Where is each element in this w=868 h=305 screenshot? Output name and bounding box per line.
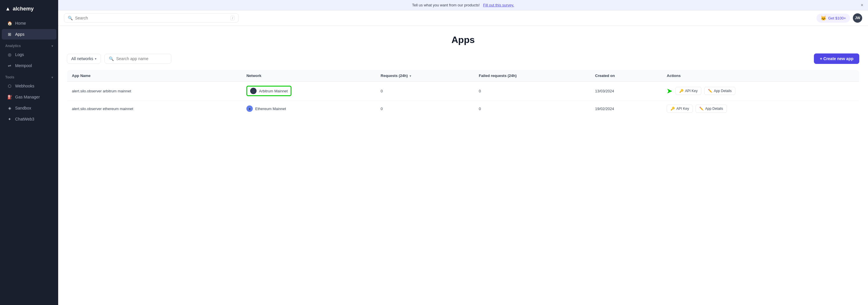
chevron-down-icon: ▾: [52, 76, 53, 79]
search-shortcut: /: [230, 16, 235, 20]
apps-icon: ⊞: [7, 32, 12, 37]
sidebar-item-apps[interactable]: ⊞ Apps: [2, 29, 56, 39]
api-key-button[interactable]: 🔑 API Key: [676, 87, 701, 95]
cell-requests: 0: [376, 101, 474, 117]
col-actions: Actions: [662, 70, 859, 81]
sidebar-item-label: Gas Manager: [15, 95, 40, 99]
get-money-icon: 🐱: [820, 15, 827, 21]
edit-icon: ✏️: [699, 107, 704, 111]
banner-close-button[interactable]: ×: [861, 3, 863, 7]
network-filter-label: All networks: [71, 56, 93, 61]
table-row: alert.silo.observer arbitrum mainnet ◈ A…: [67, 81, 859, 101]
sidebar-item-sandbox[interactable]: ◈ Sandbox: [2, 103, 56, 113]
sidebar-item-webhooks[interactable]: ⬡ Webhooks: [2, 81, 56, 91]
sort-icon: ▾: [409, 74, 411, 77]
mempool-icon: ⇌: [7, 63, 12, 68]
cell-failed-requests: 0: [474, 81, 590, 101]
network-cell-highlighted: ◈ Arbitrum Mainnet: [246, 86, 291, 96]
table-row: alert.silo.observer ethereum mainnet ♦ E…: [67, 101, 859, 117]
network-icon: ◈: [250, 88, 256, 94]
sidebar-item-label: ChatWeb3: [15, 117, 34, 122]
search-box[interactable]: 🔍 /: [64, 13, 239, 23]
sidebar: ▲ alchemy 🏠 Home ⊞ Apps Analytics ▾ ◎ Lo…: [0, 0, 58, 305]
sidebar-item-gas-manager[interactable]: ⛽ Gas Manager: [2, 92, 56, 102]
chatweb3-icon: ✦: [7, 117, 12, 122]
key-icon: 🔑: [679, 89, 684, 93]
network-icon: ♦: [246, 105, 253, 112]
home-icon: 🏠: [7, 21, 12, 26]
col-app-name: App Name: [67, 70, 242, 81]
sandbox-icon: ◈: [7, 106, 12, 110]
logo-text: alchemy: [13, 6, 34, 12]
col-failed-requests: Failed requests (24h): [474, 70, 590, 81]
sidebar-item-label: Webhooks: [15, 84, 34, 88]
network-cell: ♦ Ethereum Mainnet: [246, 105, 371, 112]
sidebar-item-label: Apps: [15, 32, 25, 37]
cell-network: ♦ Ethereum Mainnet: [242, 101, 376, 117]
cell-created-on: 13/03/2024: [590, 81, 662, 101]
app-search-box[interactable]: 🔍: [104, 54, 171, 64]
logs-icon: ◎: [7, 52, 12, 57]
sidebar-item-home[interactable]: 🏠 Home: [2, 18, 56, 29]
page-title: Apps: [67, 35, 859, 45]
green-arrow-icon: ➤: [667, 88, 672, 95]
topbar: 🔍 / 🐱 Get $100+ JW: [58, 10, 868, 26]
sidebar-item-logs[interactable]: ◎ Logs: [2, 49, 56, 60]
filters-row: All networks ▾ 🔍 + Create new app: [67, 54, 859, 64]
search-icon: 🔍: [68, 16, 73, 20]
logo-icon: ▲: [5, 6, 10, 12]
api-key-button[interactable]: 🔑 API Key: [667, 105, 692, 113]
col-created-on: Created on: [590, 70, 662, 81]
cell-requests: 0: [376, 81, 474, 101]
search-input[interactable]: [75, 16, 228, 20]
sidebar-item-label: Mempool: [15, 63, 32, 68]
banner-text: Tell us what you want from our products!: [412, 3, 480, 7]
sidebar-item-mempool[interactable]: ⇌ Mempool: [2, 60, 56, 71]
network-name: Arbitrum Mainnet: [259, 89, 288, 93]
cell-actions: 🔑 API Key ✏️ App Details: [662, 101, 859, 117]
tools-section[interactable]: Tools ▾: [0, 71, 58, 80]
cell-network: ◈ Arbitrum Mainnet: [242, 81, 376, 101]
col-network: Network: [242, 70, 376, 81]
banner: Tell us what you want from our products!…: [58, 0, 868, 10]
gas-manager-icon: ⛽: [7, 95, 12, 99]
sidebar-item-label: Home: [15, 21, 26, 26]
cell-actions: ➤ 🔑 API Key ✏️ App Details: [662, 81, 859, 101]
app-search-input[interactable]: [116, 56, 167, 61]
cell-created-on: 19/02/2024: [590, 101, 662, 117]
key-icon: 🔑: [671, 107, 675, 111]
main-content: Tell us what you want from our products!…: [58, 0, 868, 305]
cell-app-name: alert.silo.observer ethereum mainnet: [67, 101, 242, 117]
col-requests[interactable]: Requests (24h) ▾: [376, 70, 474, 81]
app-details-button[interactable]: ✏️ App Details: [704, 87, 735, 95]
chevron-down-icon: ▾: [95, 57, 97, 61]
apps-table: App Name Network Requests (24h) ▾ Failed…: [67, 70, 859, 117]
network-name: Ethereum Mainnet: [255, 107, 286, 111]
edit-icon: ✏️: [708, 89, 712, 93]
banner-link[interactable]: Fill out this survey.: [483, 3, 514, 7]
section-label: Tools: [5, 75, 14, 79]
create-new-app-button[interactable]: + Create new app: [814, 54, 859, 64]
webhooks-icon: ⬡: [7, 84, 12, 88]
logo[interactable]: ▲ alchemy: [0, 0, 58, 18]
get-money-label: Get $100+: [828, 16, 846, 20]
cell-failed-requests: 0: [474, 101, 590, 117]
analytics-section[interactable]: Analytics ▾: [0, 40, 58, 49]
section-label: Analytics: [5, 44, 21, 48]
sidebar-item-chatweb3[interactable]: ✦ ChatWeb3: [2, 114, 56, 124]
chevron-down-icon: ▾: [52, 44, 53, 48]
user-avatar[interactable]: JW: [853, 13, 862, 23]
app-details-button[interactable]: ✏️ App Details: [695, 105, 726, 113]
sidebar-item-label: Sandbox: [15, 106, 31, 110]
sidebar-item-label: Logs: [15, 52, 24, 57]
cell-app-name: alert.silo.observer arbitrum mainnet: [67, 81, 242, 101]
content-area: Apps All networks ▾ 🔍 + Create new app A…: [58, 26, 868, 305]
network-filter[interactable]: All networks ▾: [67, 54, 101, 64]
get-money-button[interactable]: 🐱 Get $100+: [816, 14, 850, 23]
topbar-right: 🐱 Get $100+ JW: [816, 13, 862, 23]
search-icon: 🔍: [109, 56, 114, 61]
